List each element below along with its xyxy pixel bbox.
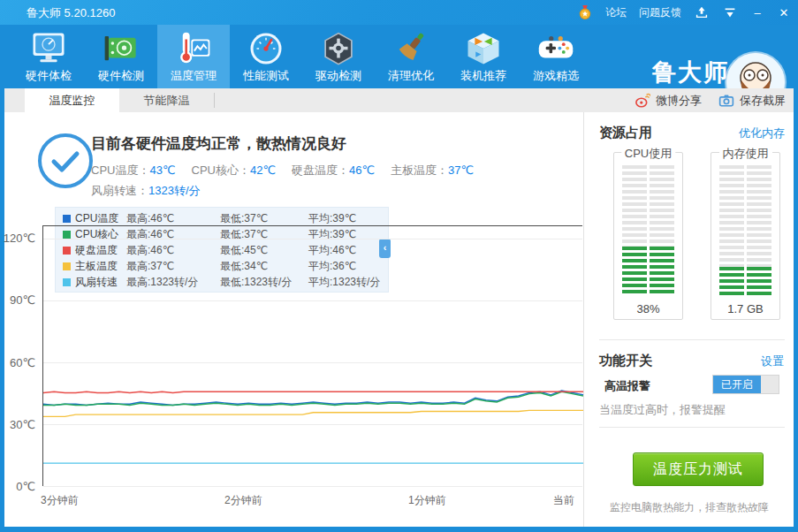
main-menu-icon[interactable] [722,4,738,20]
nav-item-hardware-check[interactable]: 硬件体检 [12,25,85,88]
y-tick: 60℃ [0,356,35,369]
chart-series-svg [43,226,583,487]
legend-swatch [63,215,71,223]
x-tick: 2分钟前 [224,493,262,508]
x-tick: 1分钟前 [408,493,446,508]
app-title: 鲁大师 5.20.1260 [27,5,115,21]
disk-temp-value: 46℃ [349,163,375,177]
nav-item-performance[interactable]: 性能测试 [230,25,302,88]
memory-usage-value: 1.7 GB [711,302,779,315]
settings-link[interactable]: 设置 [761,353,784,369]
memory-usage-meter: 内存使用 1.7 GB [711,152,780,320]
nav-item-build-recommend[interactable]: 装机推荐 [447,25,520,88]
status-ok-check-icon [37,133,94,189]
tab-temperature-monitor[interactable]: 温度监控 [25,88,119,112]
memory-meter-label: 内存使用 [719,146,772,162]
optimize-memory-link[interactable]: 优化内存 [739,125,785,141]
stress-test-description: 监控电脑散热能力，排查散热故障 [589,500,790,515]
tab-energy-cooling[interactable]: 节能降温 [119,88,214,112]
temperature-chart: 120℃ 90℃ 60℃ 30℃ 0℃ 3分钟前 2分钟前 1分钟前 当前 [0,225,583,517]
cpu-usage-meter: CPU使用 38% [613,152,683,320]
cpu-meter-label: CPU使用 [621,146,675,162]
fan-speed-readout: 风扇转速：1323转/分 [91,183,201,199]
toggle-state-label: 已开启 [713,376,761,393]
upload-icon[interactable] [694,4,710,20]
nav-item-games[interactable]: 游戏精选 [520,25,592,88]
speedometer-icon [247,30,285,67]
nav-item-hardware-test[interactable]: 硬件检测 [85,25,157,88]
y-tick: 90℃ [0,293,35,307]
main-nav: 硬件体检 硬件检测 温度管理 [0,25,798,88]
title-bar: 鲁大师 5.20.1260 论坛 问题反馈 – ✕ [0,0,798,25]
x-tick: 3分钟前 [41,493,79,508]
weibo-share-button[interactable]: 微博分享 [635,88,702,112]
camera-icon [718,93,734,109]
nav-item-temperature[interactable]: 温度管理 [157,25,230,88]
temperature-stress-test-button[interactable]: 温度压力测试 [633,452,764,486]
high-temp-alarm-label: 高温报警 [604,378,650,394]
cpu-temp-value: 43℃ [149,163,175,177]
forum-link[interactable]: 论坛 [605,5,627,20]
feedback-link[interactable]: 问题反馈 [639,5,681,20]
status-headline: 目前各硬件温度均正常，散热情况良好 [91,133,346,154]
memory-meter-track [719,165,771,296]
sidebar-section-divider [599,339,785,340]
switches-title: 功能开关 [599,353,652,369]
cpu-usage-value: 38% [614,302,682,315]
temperature-readouts: CPU温度：43℃ CPU核心：42℃ 硬盘温度：46℃ 主板温度：37℃ [91,163,474,179]
y-tick: 30℃ [0,418,35,431]
tab-separator [214,93,215,108]
save-screenshot-button[interactable]: 保存截屏 [718,88,786,112]
high-temp-alarm-toggle[interactable]: 已开启 [712,375,779,394]
brush-icon [392,30,429,67]
minimize-button[interactable]: – [750,6,764,19]
legend-row: CPU温度 最高:46℃ 最低:37℃ 平均:39℃ [61,210,388,226]
gpu-card-icon [103,30,140,67]
brand-logo-text: 鲁大师 [652,57,729,88]
cpu-meter-track [622,165,674,296]
tab-bar: 温度监控 节能降温 微博分享 保存截屏 [4,88,794,112]
y-tick: 0℃ [0,480,35,493]
board-temp-value: 37℃ [448,163,474,177]
close-button[interactable]: ✕ [777,6,791,19]
x-tick: 当前 [553,493,574,508]
alarm-description: 当温度过高时，报警提醒 [599,402,726,418]
sidebar-section-divider [599,427,785,428]
gamepad-icon [537,30,574,67]
medal-icon[interactable] [577,4,593,20]
resources-title: 资源占用 [599,125,652,141]
gear-hexagon-icon [320,30,357,67]
fan-speed-value: 1323转/分 [148,184,201,197]
nav-item-cleanup[interactable]: 清理优化 [375,25,447,88]
cpu-core-value: 42℃ [250,163,276,177]
weibo-icon [635,93,650,109]
monitor-radar-icon [30,30,67,67]
y-tick: 120℃ [0,232,35,245]
cube-icon [465,30,502,67]
thermometer-chart-icon [175,30,212,67]
chart-plot-area [42,225,582,486]
sidebar-divider [583,112,584,527]
nav-item-driver[interactable]: 驱动检测 [302,25,375,88]
